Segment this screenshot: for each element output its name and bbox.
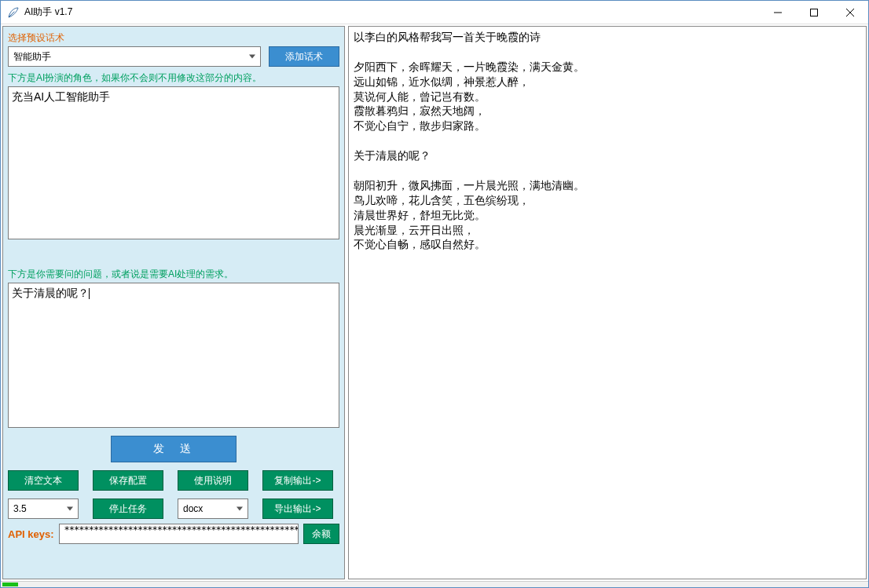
svg-rect-1 bbox=[811, 9, 818, 16]
close-button[interactable] bbox=[832, 1, 868, 24]
app-window: AI助手 v1.7 选择预设话术 智能助手 添加话术 下方是AI扮演的角色，如果… bbox=[0, 0, 869, 588]
left-panel: 选择预设话术 智能助手 添加话术 下方是AI扮演的角色，如果你不会则不用修改这部… bbox=[2, 26, 345, 579]
format-select-value: docx bbox=[183, 503, 203, 514]
main-body: 选择预设话术 智能助手 添加话术 下方是AI扮演的角色，如果你不会则不用修改这部… bbox=[1, 24, 868, 581]
format-select[interactable]: docx bbox=[178, 499, 248, 519]
role-section: 下方是AI扮演的角色，如果你不会则不用修改这部分的内容。 bbox=[8, 71, 339, 239]
version-select[interactable]: 3.5 bbox=[8, 499, 79, 519]
api-key-input[interactable]: ****************************************… bbox=[59, 524, 299, 544]
question-label: 下方是你需要问的问题，或者说是需要AI处理的需求。 bbox=[8, 268, 339, 281]
preset-select[interactable]: 智能助手 bbox=[8, 46, 261, 67]
add-preset-button[interactable]: 添加话术 bbox=[269, 46, 339, 67]
send-row: 发送 bbox=[8, 433, 339, 466]
text-cursor bbox=[89, 288, 90, 299]
save-config-button[interactable]: 保存配置 bbox=[93, 470, 163, 491]
send-button[interactable]: 发送 bbox=[111, 436, 236, 462]
output-panel[interactable]: 以李白的风格帮我写一首关于晚霞的诗 夕阳西下，余晖耀天，一片晚霞染，满天金黄。 … bbox=[348, 26, 867, 579]
export-output-button[interactable]: 导出输出-> bbox=[262, 499, 333, 519]
role-label: 下方是AI扮演的角色，如果你不会则不用修改这部分的内容。 bbox=[8, 71, 339, 85]
app-icon bbox=[7, 6, 20, 19]
preset-label: 选择预设话术 bbox=[8, 31, 261, 45]
api-label: API keys: bbox=[8, 528, 54, 540]
question-section: 下方是你需要问的问题，或者说是需要AI处理的需求。 关于清晨的呢？ bbox=[8, 268, 339, 428]
statusbar bbox=[1, 581, 868, 587]
maximize-button[interactable] bbox=[796, 1, 832, 24]
stop-button[interactable]: 停止任务 bbox=[93, 499, 163, 519]
clear-button[interactable]: 清空文本 bbox=[8, 470, 79, 491]
preset-row: 选择预设话术 智能助手 添加话术 bbox=[8, 31, 339, 67]
help-button[interactable]: 使用说明 bbox=[178, 470, 248, 491]
titlebar: AI助手 v1.7 bbox=[1, 1, 868, 24]
role-textarea[interactable] bbox=[8, 86, 339, 239]
version-select-value: 3.5 bbox=[13, 503, 27, 514]
copy-output-button[interactable]: 复制输出-> bbox=[262, 470, 333, 491]
question-textarea[interactable]: 关于清晨的呢？ bbox=[8, 283, 339, 428]
progress-indicator bbox=[2, 583, 18, 586]
minimize-button[interactable] bbox=[760, 1, 796, 24]
window-title: AI助手 v1.7 bbox=[24, 5, 760, 19]
api-row: API keys: ******************************… bbox=[8, 524, 339, 544]
preset-select-value: 智能助手 bbox=[13, 50, 51, 64]
button-grid: 清空文本 保存配置 使用说明 复制输出-> 3.5 停止任务 docx 导出输出… bbox=[8, 470, 339, 519]
balance-button[interactable]: 余额 bbox=[303, 524, 339, 544]
